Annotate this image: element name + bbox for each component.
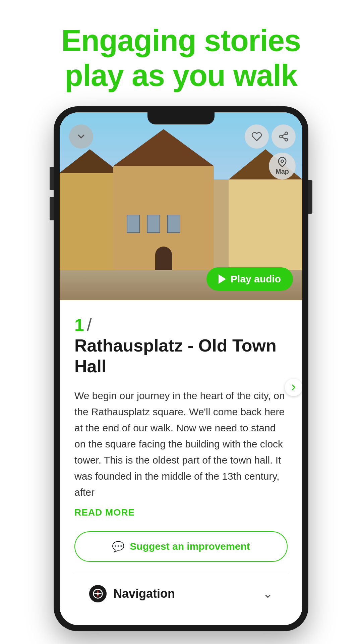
map-pin-icon xyxy=(277,157,287,167)
heart-icon xyxy=(251,131,262,142)
stop-title: 1 / Rathausplatz - Old Town Hall xyxy=(74,315,288,377)
nav-left: Navigation xyxy=(89,585,175,602)
read-more-button[interactable]: READ MORE xyxy=(74,507,288,518)
nav-chevron-down-icon[interactable]: ⌄ xyxy=(263,587,273,601)
hero-headline: Engaging stories play as you walk xyxy=(20,23,342,93)
favorite-button[interactable] xyxy=(245,124,269,149)
chevron-right-icon xyxy=(289,383,298,392)
play-audio-button[interactable]: Play audio xyxy=(206,267,293,291)
stop-description: We begin our journey in the heart of the… xyxy=(74,388,288,500)
phone-mockup: Map Play audio xyxy=(54,106,308,631)
hero-section: Engaging stories play as you walk xyxy=(0,0,362,106)
share-button[interactable] xyxy=(272,124,296,149)
back-button[interactable] xyxy=(69,124,93,149)
window-2 xyxy=(147,215,160,233)
play-icon xyxy=(219,274,226,284)
svg-point-5 xyxy=(281,160,284,162)
volume-up-button xyxy=(50,167,54,190)
suggest-improvement-button[interactable]: 💬 Suggest an improvement xyxy=(74,531,288,562)
navigation-bar[interactable]: Navigation ⌄ xyxy=(74,574,288,613)
chevron-down-icon xyxy=(76,131,86,142)
svg-line-4 xyxy=(282,134,285,136)
compass-icon xyxy=(89,585,107,602)
place-image: Map Play audio xyxy=(60,112,302,300)
phone-notch xyxy=(147,112,215,124)
chat-icon: 💬 xyxy=(112,541,124,552)
phone-frame: Map Play audio xyxy=(54,106,308,631)
map-button[interactable]: Map xyxy=(269,153,296,179)
power-button xyxy=(308,180,312,214)
svg-marker-8 xyxy=(94,593,103,594)
volume-down-button xyxy=(50,197,54,220)
page-wrapper: Engaging stories play as you walk xyxy=(0,0,362,644)
svg-line-3 xyxy=(282,137,285,139)
window-1 xyxy=(127,215,140,233)
content-area: 1 / Rathausplatz - Old Town Hall We begi… xyxy=(60,300,302,625)
left-roof xyxy=(60,149,120,173)
next-button[interactable] xyxy=(285,379,302,396)
phone-screen: Map Play audio xyxy=(60,112,302,625)
window-3 xyxy=(167,215,180,233)
main-door xyxy=(155,247,172,270)
center-roof xyxy=(113,129,214,166)
share-icon xyxy=(278,131,289,142)
